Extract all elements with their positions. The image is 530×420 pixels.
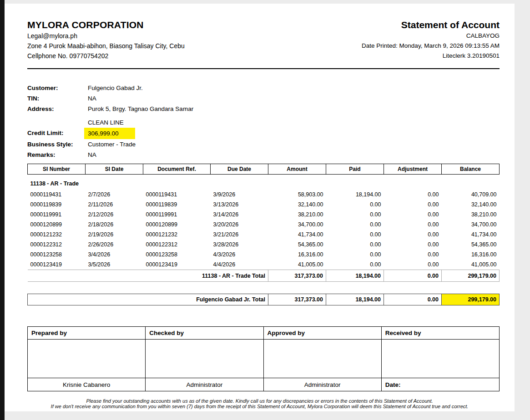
statement-cell: 41,005.00 — [442, 260, 500, 270]
statement-cell: 18,194.00 — [326, 190, 384, 200]
statement-cell: 0.00 — [384, 220, 442, 230]
statement-cell: 3/21/2026 — [211, 230, 268, 240]
statement-cell: 38,210.00 — [268, 210, 326, 220]
credit-line-label — [27, 117, 88, 128]
statement-cell: 2/26/2026 — [86, 240, 143, 250]
statement-row: 00001212322/19/202600001212323/21/202641… — [28, 230, 500, 240]
customer-value: Fulgencio Gabad Jr. — [88, 83, 500, 93]
column-header: Document Ref. — [143, 164, 211, 175]
info-row-credit-line: CLEAN LINE — [27, 117, 500, 128]
group-total-adjustment: 0.00 — [384, 270, 442, 282]
customer-label: Customer: — [27, 83, 88, 93]
statement-cell: 3/13/2026 — [211, 200, 268, 210]
statement-table: SI NumberSI DateDocument Ref.Due DateAmo… — [27, 164, 500, 282]
grand-total-paid: 18,194.00 — [326, 294, 384, 305]
statement-body: 11138 - AR - Trade 00001194312/7/2026000… — [28, 175, 500, 282]
column-header: Amount — [268, 164, 326, 175]
statement-cell: 40,709.00 — [442, 190, 500, 200]
statement-cell: 41,005.00 — [268, 260, 326, 270]
statement-cell: 0.00 — [326, 230, 384, 240]
info-row-tin: TIN: NA — [27, 93, 500, 104]
statement-cell: 0000120899 — [28, 220, 86, 230]
statement-cell: 0000119839 — [143, 200, 211, 210]
info-row-address: Address: Purok 5, Brgy. Tagnao Gandara S… — [27, 104, 500, 114]
branch-name: CALBAYOG — [362, 31, 500, 41]
statement-cell: 58,903.00 — [268, 190, 326, 200]
document-header: MYLORA CORPORATION Legal@mylora.ph Zone … — [27, 19, 500, 61]
statement-cell: 0000121232 — [143, 230, 211, 240]
statement-cell: 0000122312 — [143, 240, 211, 250]
grand-total-adjustment: 0.00 — [384, 294, 442, 305]
signature-role-header: Prepared by — [28, 327, 146, 340]
statement-cell: 0000119431 — [28, 190, 86, 200]
statement-cell: 3/5/2026 — [86, 260, 143, 270]
signature-space-cell — [381, 340, 499, 378]
address-label: Address: — [27, 104, 88, 114]
statement-row: 00001198392/11/202600001198393/13/202632… — [28, 200, 500, 210]
statement-cell: 41,734.00 — [442, 230, 500, 240]
signature-space-cell — [146, 340, 263, 378]
signature-space-row — [28, 340, 500, 378]
statement-cell: 2/12/2026 — [86, 210, 143, 220]
company-phone: Cellphone No. 09770754202 — [27, 51, 185, 61]
info-row-customer: Customer: Fulgencio Gabad Jr. — [27, 83, 500, 93]
statement-row: 00001234193/5/202600001234194/4/202641,0… — [28, 260, 500, 270]
group-total-balance: 299,179.00 — [442, 270, 500, 282]
credit-limit-value: 306,999.00 — [88, 128, 500, 139]
statement-cell: 0.00 — [326, 250, 384, 260]
group-total-amount: 317,373.00 — [268, 270, 326, 282]
statement-cell: 4/4/2026 — [211, 260, 268, 270]
statement-cell: 0000120899 — [143, 220, 211, 230]
statement-cell: 0000119431 — [143, 190, 211, 200]
credit-limit-highlight: 306,999.00 — [84, 128, 135, 139]
tin-value: NA — [88, 93, 500, 104]
statement-cell: 0.00 — [326, 210, 384, 220]
left-edge-strip — [0, 0, 5, 420]
statement-row: 00001223122/26/202600001223123/28/202654… — [28, 240, 500, 250]
statement-cell: 4/3/2026 — [211, 250, 268, 260]
info-row-business-style: Business Style: Customer - Trade — [27, 139, 500, 150]
statement-cell: 0000119839 — [28, 200, 86, 210]
statement-cell: 38,210.00 — [442, 210, 500, 220]
statement-cell: 54,365.00 — [442, 240, 500, 250]
statement-cell: 0.00 — [326, 220, 384, 230]
statement-cell: 2/18/2026 — [86, 220, 143, 230]
statement-cell: 0.00 — [384, 210, 442, 220]
statement-cell: 0.00 — [326, 240, 384, 250]
statement-cell: 32,140.00 — [442, 200, 500, 210]
group-total-label: 11138 - AR - Trade Total — [28, 270, 268, 282]
signature-header-row: Prepared byChecked byApproved byReceived… — [28, 327, 500, 340]
statement-cell: 41,734.00 — [268, 230, 326, 240]
statement-cell: 3/9/2026 — [211, 190, 268, 200]
footer-line-1: Please find your outstanding accounts wi… — [5, 398, 515, 404]
customer-info: Customer: Fulgencio Gabad Jr. TIN: NA Ad… — [27, 83, 500, 160]
statement-cell: 3/20/2026 — [211, 220, 268, 230]
column-header: SI Date — [86, 164, 143, 175]
statement-cell: 0000123258 — [28, 250, 86, 260]
statement-cell: 2/7/2026 — [86, 190, 143, 200]
grand-total-label: Fulgencio Gabad Jr. Total — [28, 294, 268, 305]
statement-cell: 16,316.00 — [268, 250, 326, 260]
footer-note: Please find your outstanding accounts wi… — [5, 398, 515, 409]
account-group-label: 11138 - AR - Trade — [28, 175, 500, 190]
statement-page: MYLORA CORPORATION Legal@mylora.ph Zone … — [5, 4, 515, 411]
statement-cell: 0.00 — [326, 260, 384, 270]
statement-header-row: SI NumberSI DateDocument Ref.Due DateAmo… — [28, 164, 500, 175]
group-total-row: 11138 - AR - Trade Total 317,373.00 18,1… — [28, 270, 500, 282]
statement-cell: 0.00 — [384, 190, 442, 200]
credit-limit-label: Credit Limit: — [27, 128, 88, 139]
statement-cell: 0.00 — [384, 200, 442, 210]
statement-cell: 0000119991 — [28, 210, 86, 220]
document-title-block: Statement of Account CALBAYOG Date Print… — [362, 19, 500, 61]
column-header: Due Date — [211, 164, 268, 175]
statement-row: 00001194312/7/202600001194313/9/202658,9… — [28, 190, 500, 200]
signature-space-cell — [263, 340, 381, 378]
tin-label: TIN: — [27, 93, 88, 104]
statement-cell: 3/4/2026 — [86, 250, 143, 260]
statement-cell: 0.00 — [384, 240, 442, 250]
business-style-label: Business Style: — [27, 139, 88, 150]
signature-table: Prepared byChecked byApproved byReceived… — [27, 326, 500, 391]
address-value: Purok 5, Brgy. Tagnao Gandara Samar — [88, 104, 500, 114]
signature-role-header: Received by — [381, 327, 499, 340]
header-divider — [27, 68, 500, 69]
